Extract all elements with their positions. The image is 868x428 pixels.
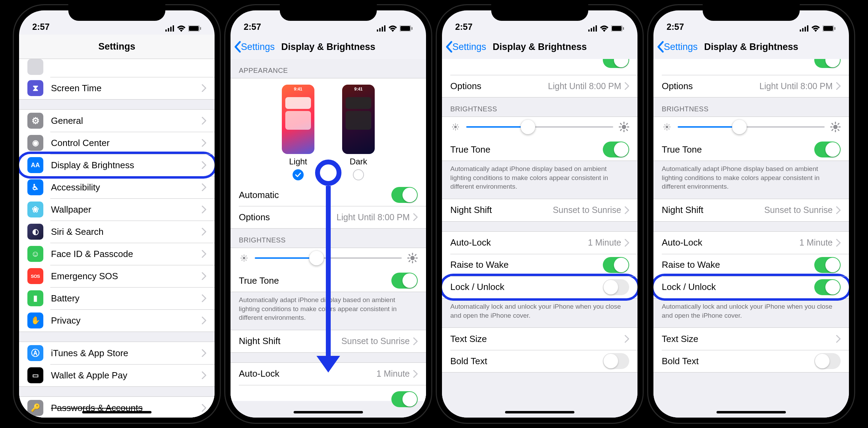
options-row[interactable]: Options Light Until 8:00 PM: [653, 75, 849, 97]
lockunlock-footer: Automatically lock and unlock your iPhon…: [653, 299, 849, 322]
text-size-row[interactable]: Text Size: [442, 328, 637, 350]
back-button[interactable]: Settings: [445, 41, 486, 53]
autolock-row[interactable]: Auto-Lock 1 Minute: [442, 232, 637, 254]
sun-max-icon: [407, 253, 418, 263]
svg-line-69: [665, 125, 665, 125]
chevron-right-icon: [625, 335, 629, 343]
dark-thumb: 9:41: [342, 85, 375, 154]
back-button[interactable]: Settings: [657, 41, 698, 53]
truetone-toggle[interactable]: [814, 142, 841, 157]
raise-toggle[interactable]: [814, 257, 841, 273]
nightshift-row[interactable]: Night Shift Sunset to Sunrise: [442, 199, 637, 221]
svg-rect-57: [800, 29, 801, 32]
svg-rect-9: [382, 27, 383, 32]
switch-icon: ◉: [27, 135, 43, 151]
chevron-right-icon: [202, 250, 206, 258]
nightshift-row[interactable]: Night Shift Sunset to Sunrise: [231, 330, 426, 352]
autolock-row[interactable]: Auto-Lock 1 Minute: [231, 363, 426, 385]
text-size-row[interactable]: Text Size: [653, 328, 849, 350]
screen: 2:57 Settings Display & Brightness APPEA…: [231, 10, 426, 418]
svg-rect-33: [591, 28, 592, 32]
settings-content[interactable]: ⧗ Screen Time ⚙ General ◉ Control Center: [19, 59, 215, 418]
settings-row-control-center[interactable]: ◉ Control Center: [19, 132, 215, 154]
svg-line-45: [457, 129, 458, 129]
settings-row-accessibility[interactable]: ♿︎ Accessibility: [19, 176, 215, 198]
svg-line-30: [409, 261, 410, 262]
svg-rect-1: [168, 28, 169, 32]
brightness-header: BRIGHTNESS: [231, 229, 426, 248]
settings-row-emergency-sos[interactable]: SOS Emergency SOS: [19, 265, 215, 287]
truetone-label: True Tone: [450, 144, 603, 155]
appearance-dark[interactable]: 9:41 Dark: [342, 85, 375, 180]
radio-unselected-icon: [353, 169, 364, 180]
slider-knob[interactable]: [309, 251, 324, 265]
svg-line-78: [832, 123, 833, 125]
home-indicator[interactable]: [717, 411, 786, 413]
settings-row-passwords-accounts[interactable]: 🔑 Passwords & Accounts: [19, 397, 215, 418]
display-brightness-content-scrolled[interactable]: Options Light Until 8:00 PM BRIGHTNESS T…: [442, 59, 637, 418]
battery-icon: [823, 25, 836, 32]
settings-row-screen-time[interactable]: ⧗ Screen Time: [19, 77, 215, 99]
siri-icon: ◐: [27, 224, 43, 240]
settings-row-wallet[interactable]: ▭ Wallet & Apple Pay: [19, 364, 215, 386]
nightshift-row[interactable]: Night Shift Sunset to Sunrise: [653, 199, 849, 221]
display-brightness-content-scrolled[interactable]: Options Light Until 8:00 PM BRIGHTNESS T…: [653, 59, 849, 418]
battery-icon: [611, 25, 624, 32]
row-label: Wallet & Apple Pay: [51, 370, 202, 381]
settings-row-display-brightness[interactable]: AA Display & Brightness: [19, 154, 215, 176]
partial-toggle-row: [231, 385, 426, 401]
slider-knob[interactable]: [732, 120, 747, 134]
back-button[interactable]: Settings: [234, 41, 275, 53]
settings-row-wallpaper[interactable]: ❀ Wallpaper: [19, 198, 215, 221]
autolock-row[interactable]: Auto-Lock 1 Minute: [653, 232, 849, 254]
appearance-light[interactable]: 9:41 Light: [282, 85, 314, 180]
options-row[interactable]: Options Light Until 8:00 PM: [231, 206, 426, 228]
row-label: Emergency SOS: [51, 271, 202, 282]
brightness-slider-row: [653, 117, 849, 138]
svg-point-64: [666, 126, 668, 128]
settings-row-faceid[interactable]: ☺ Face ID & Passcode: [19, 243, 215, 265]
truetone-toggle[interactable]: [603, 142, 629, 157]
screen: 2:57 Settings Display & Brightness O: [442, 10, 637, 418]
partial-toggle[interactable]: [603, 59, 629, 68]
bold-text-toggle[interactable]: [814, 353, 841, 369]
row-label: iTunes & App Store: [51, 348, 202, 359]
settings-row-general[interactable]: ⚙ General: [19, 110, 215, 132]
options-detail: Light Until 8:00 PM: [760, 81, 833, 91]
truetone-toggle[interactable]: [391, 273, 418, 289]
display-brightness-content[interactable]: APPEARANCE 9:41 Light 9:41: [231, 59, 426, 418]
svg-rect-32: [588, 29, 590, 32]
svg-rect-34: [593, 27, 594, 32]
home-indicator[interactable]: [505, 411, 574, 413]
brightness-slider[interactable]: [255, 257, 402, 259]
chevron-right-icon: [202, 272, 206, 280]
home-indicator[interactable]: [294, 411, 363, 413]
settings-row-partial[interactable]: [19, 59, 215, 77]
raise-label: Raise to Wake: [450, 259, 603, 270]
screen: 2:57 Settings Display & Brightness O: [653, 10, 849, 418]
raise-toggle[interactable]: [603, 257, 629, 273]
home-indicator[interactable]: [82, 411, 151, 413]
phone-frame-2: 2:57 Settings Display & Brightness APPEA…: [224, 4, 432, 424]
brightness-slider[interactable]: [466, 126, 613, 128]
options-row[interactable]: Options Light Until 8:00 PM: [442, 75, 637, 97]
settings-row-siri-search[interactable]: ◐ Siri & Search: [19, 221, 215, 243]
lock-unlock-toggle[interactable]: [814, 279, 841, 295]
svg-line-44: [453, 125, 454, 125]
autolock-label: Auto-Lock: [450, 237, 588, 248]
bold-text-toggle[interactable]: [603, 353, 629, 369]
accessibility-icon: ♿︎: [27, 179, 43, 195]
settings-row-itunes-appstore[interactable]: Ⓐ iTunes & App Store: [19, 342, 215, 364]
slider-knob[interactable]: [521, 120, 535, 134]
automatic-toggle[interactable]: [391, 187, 418, 203]
brightness-slider[interactable]: [678, 126, 825, 128]
boldtext-label: Bold Text: [450, 356, 603, 367]
options-label: Options: [662, 81, 760, 92]
nav-title: Display & Brightness: [704, 42, 798, 52]
settings-row-battery[interactable]: ▮ Battery: [19, 287, 215, 309]
settings-row-privacy[interactable]: ✋ Privacy: [19, 309, 215, 332]
partial-toggle[interactable]: [391, 391, 418, 407]
lock-unlock-toggle[interactable]: [603, 279, 629, 295]
autolock-detail: 1 Minute: [588, 238, 621, 248]
partial-toggle[interactable]: [814, 59, 841, 68]
